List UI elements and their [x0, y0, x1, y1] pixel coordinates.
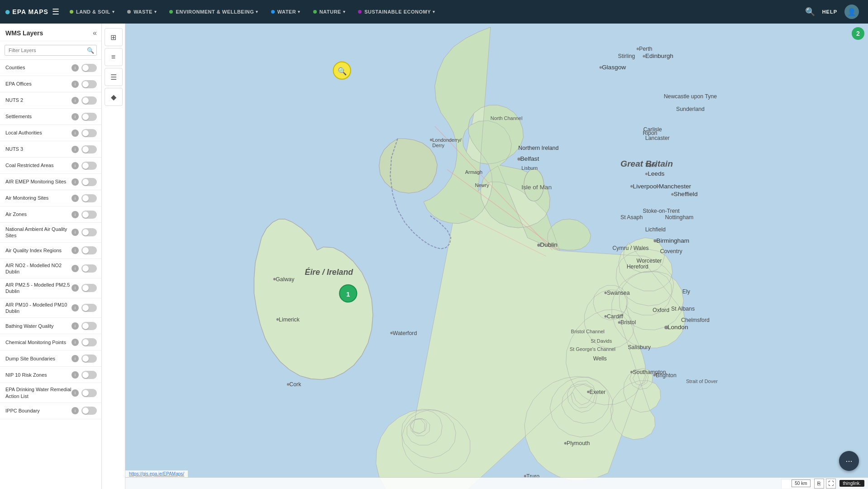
diamond-icon[interactable]: ◆ [105, 88, 123, 106]
copy-button[interactable]: ⎘ [814, 479, 824, 489]
layer-info-button-9[interactable]: i [72, 211, 79, 218]
layer-toggle-16[interactable] [81, 338, 97, 346]
fullscreen-button[interactable]: ⛶ [826, 479, 836, 489]
layer-label-7: AIR EMEP Monitoring Sites [5, 178, 72, 185]
svg-point-43 [656, 185, 658, 187]
layer-item-6: Coal Restricted Areasi [0, 158, 101, 174]
layer-item-20: IPPC Boundaryi [0, 403, 101, 419]
layer-info-button-11[interactable]: i [72, 247, 79, 254]
layer-info-button-16[interactable]: i [72, 339, 79, 346]
map-area[interactable]: 2 🔍 [125, 24, 868, 489]
svg-text:Dublin: Dublin [540, 241, 558, 248]
layer-item-5: NUTS 3i [0, 141, 101, 158]
layer-toggle-8[interactable] [81, 194, 97, 202]
url-bar[interactable]: https://gis.epa.ie/EPAMaps/ [125, 470, 188, 477]
layer-toggle-6[interactable] [81, 162, 97, 170]
help-button[interactable]: HELP [822, 9, 837, 14]
layer-toggle-2[interactable] [81, 96, 97, 105]
filter-search-icon: 🔍 [87, 47, 94, 54]
layer-info-button-8[interactable]: i [72, 195, 79, 202]
svg-text:Brighton: Brighton [656, 372, 677, 379]
layer-label-10: National Ambient Air Quality Sites [5, 226, 72, 239]
user-avatar[interactable]: 👤 [844, 5, 859, 19]
svg-text:Lancaster: Lancaster [645, 135, 670, 141]
svg-point-87 [587, 391, 589, 393]
layer-item-8: Air Monitoring Sitesi [0, 190, 101, 206]
search-button[interactable]: 🔍 [805, 7, 815, 17]
svg-text:Bristol: Bristol [620, 319, 636, 326]
svg-text:Manchester: Manchester [659, 183, 692, 190]
layer-toggle-17[interactable] [81, 355, 97, 363]
layer-info-button-6[interactable]: i [72, 162, 79, 169]
floating-action-button[interactable]: ··· [839, 451, 859, 471]
layer-info-button-1[interactable]: i [72, 81, 79, 88]
layer-info-button-0[interactable]: i [72, 64, 79, 72]
svg-text:Cymru / Wales: Cymru / Wales [612, 245, 649, 251]
layer-label-0: Counties [5, 64, 72, 71]
svg-text:Exeter: Exeter [590, 389, 606, 395]
svg-text:🔍: 🔍 [338, 67, 347, 76]
layer-info-button-18[interactable]: i [72, 371, 79, 379]
layer-toggle-9[interactable] [81, 211, 97, 219]
layer-item-3: Settlementsi [0, 109, 101, 125]
sidebar-collapse-button[interactable]: « [93, 29, 97, 37]
layer-info-button-3[interactable]: i [72, 113, 79, 120]
svg-text:Swansea: Swansea [607, 290, 630, 296]
layer-info-button-17[interactable]: i [72, 355, 79, 362]
svg-text:Ely: Ely [682, 288, 691, 295]
layer-toggle-0[interactable] [81, 64, 97, 72]
nav-item-land-&-soil[interactable]: LAND & SOIL▾ [63, 0, 121, 24]
layer-item-16: Chemical Monitoring Pointsi [0, 334, 101, 350]
notification-badge[interactable]: 2 [852, 27, 864, 40]
svg-point-66 [604, 292, 606, 294]
layer-toggle-3[interactable] [81, 113, 97, 121]
layer-toggle-11[interactable] [81, 246, 97, 254]
layer-toggle-14[interactable] [81, 304, 97, 312]
layer-item-15: Bathing Water Qualityi [0, 318, 101, 334]
svg-point-51 [277, 318, 279, 321]
svg-text:Salisbury: Salisbury [628, 344, 651, 350]
filter-input[interactable] [5, 45, 97, 56]
layer-info-button-12[interactable]: i [72, 265, 79, 272]
layer-toggle-12[interactable] [81, 264, 97, 273]
layer-toggle-1[interactable] [81, 80, 97, 88]
layer-info-button-20[interactable]: i [72, 407, 79, 414]
layer-info-button-13[interactable]: i [72, 284, 79, 292]
nav-item-nature[interactable]: NATURE▾ [307, 0, 352, 24]
layer-toggle-10[interactable] [81, 228, 97, 236]
layer-info-button-14[interactable]: i [72, 304, 79, 312]
layer-info-button-2[interactable]: i [72, 97, 79, 104]
layer-toggle-19[interactable] [81, 389, 97, 397]
layer-toggle-7[interactable] [81, 178, 97, 186]
list-icon[interactable]: ☰ [105, 68, 123, 86]
layer-toggle-18[interactable] [81, 371, 97, 379]
layer-info-button-15[interactable]: i [72, 322, 79, 330]
layer-toggle-4[interactable] [81, 129, 97, 137]
nav-item-environment-&-wellbeing[interactable]: ENVIRONMENT & WELLBEING▾ [163, 0, 264, 24]
nav-item-waste[interactable]: WASTE▾ [121, 0, 163, 24]
nav-item-water[interactable]: WATER▾ [265, 0, 307, 24]
layer-toggle-15[interactable] [81, 322, 97, 330]
svg-point-45 [671, 193, 673, 196]
layer-item-4: Local Authoritiesi [0, 125, 101, 141]
layer-toggle-13[interactable] [81, 284, 97, 292]
layer-item-19: EPA Drinking Water Remedial Action Listi [0, 383, 101, 403]
layer-info-button-5[interactable]: i [72, 146, 79, 153]
layer-info-button-10[interactable]: i [72, 229, 79, 236]
layer-toggle-20[interactable] [81, 407, 97, 415]
table-icon[interactable]: ≡ [105, 48, 123, 66]
layer-info-button-7[interactable]: i [72, 178, 79, 186]
layer-toggle-5[interactable] [81, 145, 97, 153]
nav-item-sustainable-economy[interactable]: SUSTAINABLE ECONOMY▾ [352, 0, 441, 24]
svg-text:1: 1 [346, 290, 350, 298]
svg-text:Chelmsford: Chelmsford [681, 317, 710, 323]
svg-text:Wells: Wells [593, 355, 607, 362]
layers-icon[interactable]: ⊞ [105, 28, 123, 46]
layer-label-16: Chemical Monitoring Points [5, 339, 72, 345]
layer-info-button-4[interactable]: i [72, 129, 79, 137]
layer-label-8: Air Monitoring Sites [5, 195, 72, 201]
svg-text:Galway: Galway [276, 276, 295, 283]
layer-info-button-19[interactable]: i [72, 389, 79, 397]
svg-point-85 [653, 374, 655, 376]
hamburger-button[interactable]: ☰ [48, 5, 63, 19]
